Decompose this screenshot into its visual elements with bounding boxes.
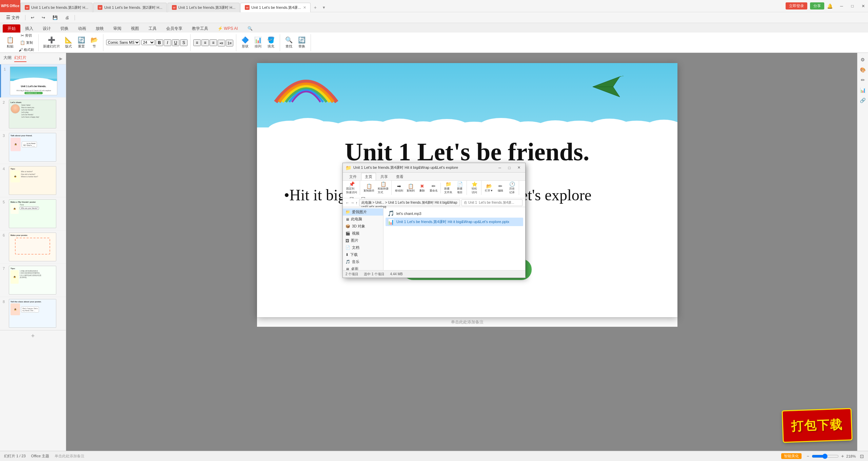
fe-forward-button[interactable]: → <box>351 201 354 205</box>
notification-icon[interactable]: 🔔 <box>827 3 833 9</box>
rt-btn-5[interactable]: 🔗 <box>859 96 867 104</box>
slides-tab[interactable]: 幻灯片 <box>14 55 26 62</box>
slide-footer-hint[interactable]: 单击此处添加备注 <box>257 317 677 327</box>
menu-file[interactable]: ☰ 文件 <box>3 13 23 22</box>
fe-minimize-button[interactable]: ─ <box>496 164 504 172</box>
ribbon-tab-search[interactable]: 🔍 <box>243 24 257 33</box>
slide-thumb-1[interactable]: 1 Unit 1 Let's be friends. ·Hit it big &… <box>0 64 66 98</box>
fe-pin-button[interactable]: 📌固定到快速访问 <box>345 181 358 195</box>
ribbon-tab-insert[interactable]: 插入 <box>20 24 38 33</box>
ribbon-tab-edu[interactable]: 教学工具 <box>187 24 213 33</box>
slide-thumb-3[interactable]: 3 Talk about your friend. 👧 ___ is my fr… <box>0 131 66 164</box>
ribbon-tab-animate[interactable]: 动画 <box>73 24 91 33</box>
menu-redo[interactable]: ↪ <box>38 14 48 21</box>
smart-beautify-button[interactable]: 智能美化 <box>781 453 802 459</box>
fe-tab-share[interactable]: 共享 <box>377 173 392 180</box>
fe-tab-file[interactable]: 文件 <box>346 173 360 180</box>
slide-thumb-6[interactable]: 6 Make your poster. <box>0 230 66 264</box>
list-number-button[interactable]: 1≡ <box>226 40 233 46</box>
slide-thumb-7[interactable]: 7 Tips: 👩 1.准备分析你朋友的姓名2.画出你的朋友的外貌特征。3.在人… <box>0 264 66 297</box>
format-painter-button[interactable]: 🖌格式刷 <box>17 46 36 53</box>
minimize-button[interactable]: ─ <box>837 1 846 11</box>
fe-sidebar-desktop[interactable]: 🖥 桌面 <box>343 265 383 270</box>
register-button[interactable]: 立即登录 <box>786 2 807 9</box>
copy-button[interactable]: 📋复制 <box>17 39 36 46</box>
fe-sidebar-images[interactable]: 🖼 图片 <box>343 237 383 244</box>
find-button[interactable]: 🔍 查找 <box>283 35 295 50</box>
add-slide-button[interactable]: + <box>0 330 66 342</box>
fe-file-pptx[interactable]: 📊 Unit 1 Let's be friends.第4课时 Hit it bi… <box>386 218 523 226</box>
fill-button[interactable]: 🪣 填充 <box>265 35 277 50</box>
rt-btn-3[interactable]: ✏ <box>859 76 867 84</box>
align-right-button[interactable]: ≡ <box>210 39 217 46</box>
shape-button[interactable]: 🔷 形状 <box>239 35 251 50</box>
fe-easy-access-button[interactable]: ⭐轻松访问 <box>469 181 480 195</box>
font-family-select[interactable]: Comic Sans MS <box>106 40 140 45</box>
fe-file-mp3[interactable]: 🎵 let's chant.mp3 <box>386 209 523 218</box>
ribbon-tab-ai[interactable]: ⚡ WPS AI <box>213 24 243 33</box>
menu-save[interactable]: 💾 <box>49 14 61 21</box>
fe-new-item-button[interactable]: 📄新建项目 <box>454 181 465 195</box>
cut-button[interactable]: ✂剪切 <box>17 32 36 39</box>
tab-4-close-icon[interactable]: ✕ <box>303 5 306 10</box>
fe-sidebar-pc[interactable]: 🖥 此电脑 <box>343 216 383 223</box>
replace-button[interactable]: 🔄 替换 <box>296 35 308 50</box>
zoom-in-button[interactable]: ＋ <box>840 453 845 459</box>
fe-sidebar-downloads[interactable]: ⬇ 下载 <box>343 251 383 258</box>
fe-copy-path-button[interactable]: 📋复制路径 <box>362 183 376 193</box>
fe-tab-view[interactable]: 查看 <box>392 173 407 180</box>
share-button[interactable]: 分享 <box>810 2 824 9</box>
menu-print[interactable]: 🖨 <box>62 14 73 21</box>
slide-thumb-8[interactable]: 8 Tell the class about your poster. 👧 Sh… <box>0 297 66 330</box>
ribbon-tab-design[interactable]: 设计 <box>38 24 56 33</box>
fe-sidebar-video[interactable]: 🎬 视频 <box>343 230 383 237</box>
fe-tab-home[interactable]: 主页 <box>361 173 376 180</box>
paste-button[interactable]: 📋 粘贴 <box>4 35 16 50</box>
fe-new-folder-button[interactable]: 📁新建文件夹 <box>443 181 454 195</box>
rt-btn-4[interactable]: 📊 <box>859 86 867 94</box>
tab-1[interactable]: W Unit 1 Let's be friends.第1课时 H... <box>20 3 93 12</box>
slide-thumb-4[interactable]: 4 Tips: 🧒 Who is he/she?How old is he/sh… <box>0 164 66 197</box>
ribbon-tab-show[interactable]: 放映 <box>91 24 108 33</box>
maximize-button[interactable]: □ <box>848 1 857 11</box>
ribbon-tab-tools[interactable]: 工具 <box>144 24 161 33</box>
italic-button[interactable]: I <box>164 39 171 46</box>
ribbon-tab-view[interactable]: 视图 <box>126 24 144 33</box>
ribbon-tab-switch[interactable]: 切换 <box>56 24 73 33</box>
slide-main-title[interactable]: Unit 1 Let's be friends. <box>257 138 677 166</box>
fe-delete-button[interactable]: ✖删除 <box>417 183 428 193</box>
outline-tab[interactable]: 大纲 <box>3 55 12 62</box>
fe-search-input[interactable] <box>461 199 522 206</box>
fe-open-button[interactable]: 📂打开▼ <box>484 183 494 193</box>
list-bullet-button[interactable]: •≡ <box>218 40 225 46</box>
fe-move-button[interactable]: ➡移动到 <box>394 183 405 193</box>
menu-undo[interactable]: ↩ <box>27 14 38 21</box>
fe-close-button[interactable]: ✕ <box>515 164 522 172</box>
new-tab-button[interactable]: + <box>311 3 319 12</box>
font-size-select[interactable]: 24 <box>141 40 155 45</box>
ribbon-tab-start[interactable]: 开始 <box>3 24 20 33</box>
layout-button[interactable]: 📐 版式 <box>62 35 75 50</box>
align-center-button[interactable]: ≡ <box>201 39 209 46</box>
fe-paste-shortcut-button[interactable]: 📋粘贴快捷方式 <box>376 181 390 195</box>
fe-up-button[interactable]: ↑ <box>356 201 358 205</box>
ribbon-tab-vip[interactable]: 会员专享 <box>161 24 187 33</box>
fe-sidebar-3d[interactable]: 📦 3D 对象 <box>343 223 383 230</box>
fe-sidebar-music[interactable]: 🎵 音乐 <box>343 258 383 265</box>
tab-2[interactable]: W Unit 1 Let's be friends. 第2课时 H... <box>93 3 166 12</box>
rt-btn-2[interactable]: 🎨 <box>859 66 867 74</box>
slide-thumb-5[interactable]: 5 Make a 'My friends' poster 👩 Think Who… <box>0 197 66 230</box>
fe-copy-button[interactable]: 📋复制到 <box>405 183 416 193</box>
align-left-button[interactable]: ≡ <box>193 39 201 46</box>
fe-maximize-button[interactable]: □ <box>506 164 513 172</box>
sidebar-collapse-icon[interactable]: ▶ <box>59 56 62 61</box>
strikethrough-button[interactable]: S <box>180 39 188 46</box>
underline-button[interactable]: U <box>172 39 179 46</box>
ribbon-tab-review[interactable]: 审阅 <box>108 24 126 33</box>
zoom-slider[interactable] <box>812 454 839 459</box>
reset-button[interactable]: 🔄 重置 <box>75 35 87 50</box>
fe-back-button[interactable]: ← <box>346 201 349 205</box>
fe-sidebar-docs[interactable]: 📄 文档 <box>343 244 383 251</box>
tab-4[interactable]: W Unit 1 Let's be friends.第4课... ✕ <box>240 3 310 12</box>
close-button[interactable]: ✕ <box>859 1 868 11</box>
